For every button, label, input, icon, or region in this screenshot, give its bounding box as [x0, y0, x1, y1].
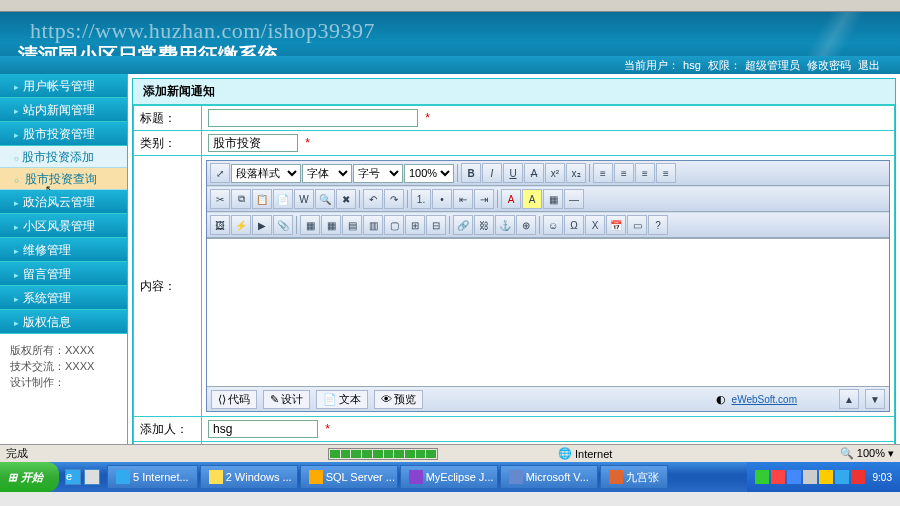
- tab-text[interactable]: 📄文本: [316, 390, 368, 409]
- file-icon[interactable]: 📎: [273, 215, 293, 235]
- category-input[interactable]: [208, 134, 298, 152]
- split-icon[interactable]: ⊟: [426, 215, 446, 235]
- format-select[interactable]: 段落样式: [231, 164, 301, 183]
- paste-text-icon[interactable]: 📄: [273, 189, 293, 209]
- date-icon[interactable]: 📅: [606, 215, 626, 235]
- task-explorer[interactable]: 2 Windows ...: [200, 465, 298, 489]
- globe-icon: 🌐: [558, 447, 572, 460]
- align-center-icon[interactable]: ≡: [614, 163, 634, 183]
- help-icon[interactable]: ?: [648, 215, 668, 235]
- link-icon[interactable]: 🔗: [453, 215, 473, 235]
- symbol-icon[interactable]: Ω: [564, 215, 584, 235]
- task-other[interactable]: 九宫张: [600, 465, 668, 489]
- sidebar-item-scenery[interactable]: 小区风景管理: [0, 214, 127, 238]
- merge-icon[interactable]: ⊞: [405, 215, 425, 235]
- ie-icon[interactable]: e: [65, 469, 81, 485]
- underline-icon[interactable]: U: [503, 163, 523, 183]
- network-icon[interactable]: [835, 470, 849, 484]
- align-left-icon[interactable]: ≡: [593, 163, 613, 183]
- tray-icon[interactable]: [771, 470, 785, 484]
- forecolor-icon[interactable]: A: [501, 189, 521, 209]
- paste-word-icon[interactable]: W: [294, 189, 314, 209]
- desktop-icon[interactable]: [84, 469, 100, 485]
- ul-icon[interactable]: •: [432, 189, 452, 209]
- redo-icon[interactable]: ↷: [384, 189, 404, 209]
- resize-shrink-icon[interactable]: ▼: [865, 389, 885, 409]
- table-prop-icon[interactable]: ▦: [321, 215, 341, 235]
- find-icon[interactable]: 🔍: [315, 189, 335, 209]
- expand-icon[interactable]: ⤢: [210, 163, 230, 183]
- sidebar-item-message[interactable]: 留言管理: [0, 262, 127, 286]
- superscript-icon[interactable]: x²: [545, 163, 565, 183]
- anchor-icon[interactable]: ⚓: [495, 215, 515, 235]
- excel-icon[interactable]: X: [585, 215, 605, 235]
- zoom-select[interactable]: 100%: [404, 164, 454, 183]
- bgcolor-icon[interactable]: ▦: [543, 189, 563, 209]
- font-select[interactable]: 字体: [302, 164, 352, 183]
- sql-icon: [309, 470, 323, 484]
- ol-icon[interactable]: 1.: [411, 189, 431, 209]
- sidebar-subitem-stock-add[interactable]: 股市投资添加: [0, 146, 127, 168]
- resize-grow-icon[interactable]: ▲: [839, 389, 859, 409]
- paste-icon[interactable]: 📋: [252, 189, 272, 209]
- outdent-icon[interactable]: ⇤: [453, 189, 473, 209]
- sidebar-item-user-account[interactable]: 用户帐号管理: [0, 74, 127, 98]
- unlink-icon[interactable]: ⛓: [474, 215, 494, 235]
- row-icon[interactable]: ▤: [342, 215, 362, 235]
- task-sqlserver[interactable]: SQL Server ...: [300, 465, 398, 489]
- sidebar-item-politics[interactable]: 政治风云管理: [0, 190, 127, 214]
- task-msvs[interactable]: Microsoft V...: [500, 465, 598, 489]
- flash-icon[interactable]: ⚡: [231, 215, 251, 235]
- italic-icon[interactable]: I: [482, 163, 502, 183]
- separator: [296, 216, 297, 234]
- size-select[interactable]: 字号: [353, 164, 403, 183]
- cell-icon[interactable]: ▢: [384, 215, 404, 235]
- volume-icon[interactable]: [803, 470, 817, 484]
- marquee-icon[interactable]: ▭: [627, 215, 647, 235]
- adder-input[interactable]: [208, 420, 318, 438]
- media-icon[interactable]: ▶: [252, 215, 272, 235]
- sidebar-item-copyright[interactable]: 版权信息: [0, 310, 127, 334]
- tab-code[interactable]: ⟨⟩代码: [211, 390, 257, 409]
- shield-icon[interactable]: [851, 470, 865, 484]
- tab-preview[interactable]: 👁预览: [374, 390, 423, 409]
- indent-icon[interactable]: ⇥: [474, 189, 494, 209]
- sidebar-item-site-news[interactable]: 站内新闻管理: [0, 98, 127, 122]
- emoji-icon[interactable]: ☺: [543, 215, 563, 235]
- task-myeclipse[interactable]: MyEclipse J...: [400, 465, 498, 489]
- table-icon[interactable]: ▦: [300, 215, 320, 235]
- copy-icon[interactable]: ⧉: [231, 189, 251, 209]
- backcolor-icon[interactable]: A: [522, 189, 542, 209]
- label-category: 类别：: [134, 131, 202, 156]
- bold-icon[interactable]: B: [461, 163, 481, 183]
- tray-icon[interactable]: [819, 470, 833, 484]
- image-icon[interactable]: 🖼: [210, 215, 230, 235]
- map-icon[interactable]: ⊕: [516, 215, 536, 235]
- credit-link[interactable]: eWebSoft.com: [732, 394, 797, 405]
- align-right-icon[interactable]: ≡: [635, 163, 655, 183]
- logout-link[interactable]: 退出: [858, 59, 880, 71]
- start-button[interactable]: ⊞ 开始: [0, 462, 59, 492]
- editor-body[interactable]: [207, 238, 889, 386]
- align-justify-icon[interactable]: ≡: [656, 163, 676, 183]
- undo-icon[interactable]: ↶: [363, 189, 383, 209]
- tray-icon[interactable]: [755, 470, 769, 484]
- sidebar-item-stock-invest[interactable]: 股市投资管理: [0, 122, 127, 146]
- sidebar-item-repair[interactable]: 维修管理: [0, 238, 127, 262]
- title-input[interactable]: [208, 109, 418, 127]
- clock[interactable]: 9:03: [873, 472, 892, 483]
- tray-icon[interactable]: [787, 470, 801, 484]
- task-ie[interactable]: 5 Internet...: [107, 465, 198, 489]
- change-password-link[interactable]: 修改密码: [807, 59, 851, 71]
- clear-icon[interactable]: ✖: [336, 189, 356, 209]
- col-icon[interactable]: ▥: [363, 215, 383, 235]
- strike-icon[interactable]: A: [524, 163, 544, 183]
- cut-icon[interactable]: ✂: [210, 189, 230, 209]
- zoom-control[interactable]: 🔍 100% ▾: [840, 447, 894, 460]
- hr-icon[interactable]: —: [564, 189, 584, 209]
- sidebar-subitem-stock-query[interactable]: 股市投资查询 ↖: [0, 168, 127, 190]
- status-done: 完成: [6, 446, 28, 461]
- sidebar-item-system[interactable]: 系统管理: [0, 286, 127, 310]
- subscript-icon[interactable]: x₂: [566, 163, 586, 183]
- tab-design[interactable]: ✎设计: [263, 390, 310, 409]
